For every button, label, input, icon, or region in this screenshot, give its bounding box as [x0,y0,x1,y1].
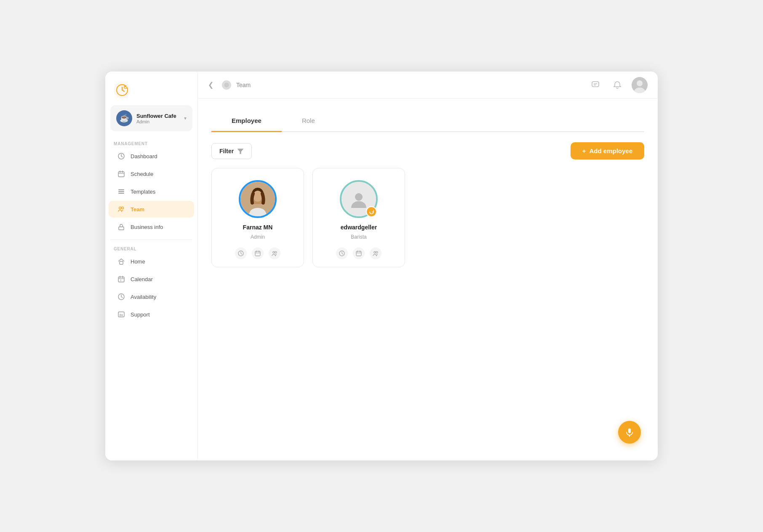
calendar-label: Calendar [131,276,153,282]
dashboard-label: Dashboard [131,153,157,160]
topbar-actions [588,77,648,93]
sidebar-item-availability[interactable]: Availability [109,288,194,305]
svg-point-35 [253,191,262,202]
user-avatar[interactable] [632,77,648,93]
svg-rect-3 [118,172,124,177]
business-info-label: Business info [131,224,163,230]
svg-rect-23 [592,82,599,87]
general-section-label: GENERAL [105,243,197,253]
svg-point-10 [119,207,121,209]
farnaz-time-button[interactable] [235,247,247,259]
breadcrumb-icon [222,80,231,90]
employee-grid: Farnaz MN Admin [211,168,644,267]
schedule-label: Schedule [131,171,153,177]
svg-point-41 [273,251,275,253]
sidebar-item-templates[interactable]: Templates [109,183,194,200]
topbar: ❮ Team [198,72,658,98]
workspace-role: Admin [136,119,180,124]
sidebar-item-schedule[interactable]: Schedule [109,165,194,182]
sidebar-item-dashboard[interactable]: Dashboard [109,148,194,165]
farnaz-actions [235,247,280,259]
svg-point-27 [637,80,643,86]
employee-card-edwardgeller[interactable]: edwardgeller Barista [312,168,405,267]
edward-time-button[interactable] [336,247,348,259]
templates-icon [117,187,125,196]
workspace-text: Sunflower Cafe Admin [136,113,180,124]
team-label: Team [131,206,144,213]
templates-label: Templates [131,189,155,195]
page-body: Employee Role Filter + Add employee [198,98,658,460]
add-employee-button[interactable]: + Add employee [571,142,644,160]
workspace-chevron-icon: ▾ [184,115,187,121]
edward-team-button[interactable] [370,247,382,259]
support-icon: 24 [117,310,125,319]
main-wrapper: ❮ Team [198,72,658,460]
availability-label: Availability [131,294,156,300]
svg-point-11 [122,207,124,209]
sidebar-item-business-info[interactable]: Business info [109,218,194,235]
farnaz-avatar-ring [239,180,277,218]
sidebar-divider [110,239,192,240]
farnaz-role: Admin [251,234,265,240]
workspace-avatar: ☕ [116,110,132,126]
team-icon [117,205,125,213]
svg-point-43 [355,193,363,201]
support-label: Support [131,311,150,318]
svg-rect-12 [119,227,124,230]
tab-employee[interactable]: Employee [211,110,282,132]
svg-point-49 [374,251,376,253]
add-employee-label: Add employee [589,147,632,154]
collapse-sidebar-button[interactable]: ❮ [208,81,213,89]
farnaz-team-button[interactable] [269,247,280,259]
breadcrumb-label: Team [236,82,251,88]
svg-rect-13 [120,261,123,264]
sidebar-item-home[interactable]: Home [109,253,194,270]
workspace-name: Sunflower Cafe [136,113,180,119]
sidebar-item-team[interactable]: Team [109,201,194,218]
tabs-bar: Employee Role [211,110,644,132]
workspace-selector[interactable]: ☕ Sunflower Cafe Admin ▾ [110,105,192,131]
svg-rect-9 [118,193,124,194]
sidebar-logo [105,72,197,105]
toolbar: Filter + Add employee [211,142,644,160]
dashboard-icon [117,152,125,160]
schedule-icon [117,170,125,178]
chat-button[interactable] [588,77,603,93]
filter-button[interactable]: Filter [211,143,252,159]
edward-refresh-badge[interactable] [366,206,377,217]
edward-role: Barista [351,234,366,240]
business-info-icon [117,223,125,231]
filter-label: Filter [219,148,234,154]
calendar-icon: 8 [117,275,125,283]
edward-schedule-button[interactable] [353,247,365,259]
sidebar: ☕ Sunflower Cafe Admin ▾ MANAGEMENT Dash… [105,72,198,460]
home-label: Home [131,258,145,265]
edward-actions [336,247,382,259]
edward-name: edwardgeller [341,224,377,231]
farnaz-schedule-button[interactable] [252,247,264,259]
svg-point-50 [376,251,378,253]
svg-rect-45 [356,251,361,256]
home-icon [117,257,125,266]
svg-text:24: 24 [120,314,123,317]
edward-avatar-wrap [340,180,378,218]
svg-marker-28 [238,149,243,154]
sidebar-item-calendar[interactable]: 8 Calendar [109,271,194,287]
svg-rect-8 [118,191,124,192]
svg-point-42 [275,251,277,253]
notifications-button[interactable] [610,77,625,93]
svg-point-22 [224,82,229,87]
sidebar-item-support[interactable]: 24 Support [109,306,194,323]
farnaz-avatar-wrap [239,180,277,218]
employee-card-farnaz[interactable]: Farnaz MN Admin [211,168,304,267]
svg-rect-7 [118,189,124,190]
mic-fab-button[interactable] [618,421,641,444]
availability-icon [117,293,125,301]
breadcrumb: Team [222,80,251,90]
svg-text:8: 8 [120,279,122,282]
app-logo-icon [114,82,131,98]
add-plus-icon: + [582,147,586,154]
svg-rect-37 [255,251,260,256]
svg-rect-51 [628,428,631,433]
tab-role[interactable]: Role [282,110,335,132]
